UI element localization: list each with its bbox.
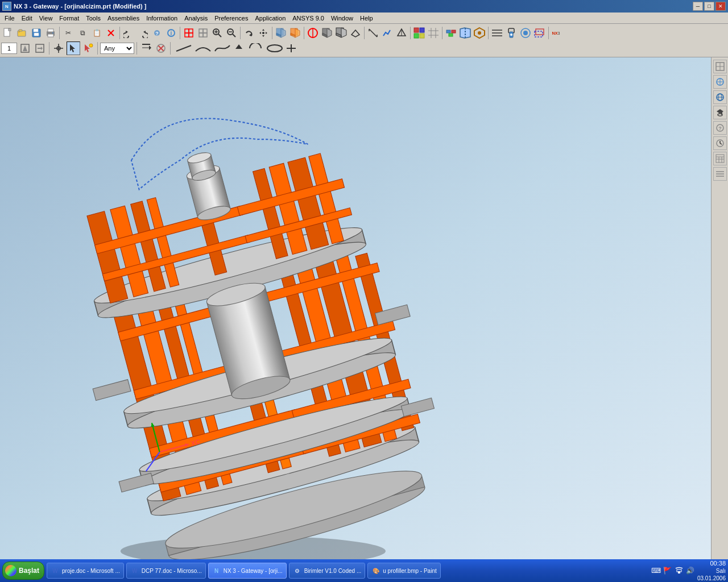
svg-rect-7	[19, 30, 22, 31]
sidebar-globe-button[interactable]	[713, 90, 727, 104]
constraint-button[interactable]	[504, 26, 518, 40]
taskbar-item-birimler[interactable]: ⚙ Birimler V1.0 Coded ...	[289, 563, 366, 579]
close-button[interactable]: ✕	[715, 2, 726, 11]
start-button[interactable]: Başlat	[2, 562, 44, 580]
selection-filter-dropdown[interactable]: Any	[100, 43, 134, 54]
taskbar-item-nx[interactable]: N NX 3 - Gateway - [orji...	[208, 563, 287, 579]
render-button[interactable]	[306, 26, 320, 40]
tray-icon-keyboard[interactable]: ⌨	[652, 566, 661, 575]
menu-preferences[interactable]: Preferences	[211, 14, 251, 23]
shaded-edges-button[interactable]	[334, 26, 348, 40]
crosshair-button[interactable]	[52, 41, 65, 55]
pan-button[interactable]	[257, 26, 270, 40]
delete-button[interactable]	[104, 26, 118, 40]
clip-button[interactable]	[473, 26, 486, 40]
svg-rect-27	[199, 29, 203, 33]
svg-marker-39	[262, 29, 264, 31]
section-view-button[interactable]	[458, 26, 472, 40]
menu-edit[interactable]: Edit	[18, 14, 36, 23]
zoom-out-button[interactable]	[225, 26, 238, 40]
assembly-nav-button[interactable]	[444, 26, 458, 40]
layer-move-button[interactable]	[33, 41, 47, 55]
tray-icon-flag[interactable]: 🚩	[663, 566, 672, 575]
svg-point-109	[267, 45, 282, 52]
measure-button[interactable]	[366, 26, 380, 40]
menu-file[interactable]: File	[1, 14, 18, 23]
svg-rect-73	[449, 34, 453, 36]
zoom-button[interactable]	[210, 26, 224, 40]
shaded-button[interactable]	[320, 26, 334, 40]
svg-marker-56	[341, 28, 346, 38]
view-front-button[interactable]	[274, 26, 288, 40]
sidebar-graduate-button[interactable]	[713, 106, 727, 119]
toolbar-row2-sep4	[170, 42, 171, 55]
properties-button[interactable]: i	[164, 26, 178, 40]
open-button[interactable]	[15, 26, 29, 40]
taskbar-item-proje[interactable]: W proje.doc - Microsoft ...	[47, 563, 124, 579]
deselect-button[interactable]	[196, 26, 210, 40]
menu-view[interactable]: View	[36, 14, 56, 23]
toolbar-row2: Any	[1, 41, 727, 56]
feature-button[interactable]	[519, 26, 532, 40]
sidebar-snap-button[interactable]	[713, 75, 727, 89]
svg-text:?: ?	[718, 126, 722, 131]
taskbar-item-dcp[interactable]: W DCP 77.doc - Microsо...	[126, 563, 206, 579]
sidebar-list-button[interactable]	[713, 167, 727, 181]
svg-line-197	[720, 143, 722, 144]
menu-assemblies[interactable]: Assemblies	[104, 14, 143, 23]
sidebar-grid-button[interactable]	[713, 60, 727, 73]
save-button[interactable]	[30, 26, 43, 40]
cut-button[interactable]: ✂	[61, 26, 75, 40]
snap-button[interactable]	[412, 26, 426, 40]
redo-button[interactable]	[136, 26, 150, 40]
tray-network-icon[interactable]	[675, 566, 684, 575]
print-button[interactable]	[44, 26, 57, 40]
viewport[interactable]: XC ZC	[0, 57, 711, 560]
view-options-button[interactable]	[288, 26, 302, 40]
drafting-button[interactable]	[395, 26, 408, 40]
grid-display-button[interactable]	[427, 26, 440, 40]
select-button[interactable]	[67, 41, 80, 55]
unknown-button-1[interactable]: ?	[150, 26, 164, 40]
menu-ansys[interactable]: ANSYS 9.0	[289, 14, 328, 23]
layer-settings-button[interactable]	[18, 41, 32, 55]
menu-bar: File Edit View Format Tools Assemblies I…	[0, 13, 728, 24]
svg-marker-91	[23, 45, 27, 51]
start-button-label: Başlat	[19, 567, 39, 575]
layer-input[interactable]	[1, 43, 17, 54]
sidebar-table-button[interactable]	[713, 152, 727, 165]
minimize-button[interactable]: ─	[693, 2, 703, 11]
menu-tools[interactable]: Tools	[82, 14, 104, 23]
maximize-button[interactable]: □	[704, 2, 714, 11]
menu-information[interactable]: Information	[143, 14, 181, 23]
copy-button[interactable]: ⧉	[76, 26, 89, 40]
menu-application[interactable]: Application	[251, 14, 289, 23]
wireframe-button[interactable]	[349, 26, 362, 40]
svg-line-107	[176, 45, 191, 51]
menu-format[interactable]: Format	[56, 14, 82, 23]
taskbar-item-paint[interactable]: 🎨 u profiller.bmp - Paint	[367, 563, 441, 579]
quick-pick-button[interactable]	[81, 41, 95, 55]
rotate-button[interactable]	[242, 26, 256, 40]
tray-sound-icon[interactable]: 🔊	[686, 566, 695, 575]
new-button[interactable]	[1, 26, 15, 40]
toolbar-separator-4	[240, 27, 241, 39]
menu-window[interactable]: Window	[328, 14, 357, 23]
sidebar-help-button[interactable]: ?	[713, 121, 727, 135]
arrow-up-tool-icon	[233, 43, 245, 53]
analysis-button[interactable]	[380, 26, 394, 40]
app-icon: N	[2, 2, 11, 11]
transform-button[interactable]	[533, 26, 547, 40]
deselect-all-button[interactable]	[154, 41, 168, 55]
undo-button[interactable]	[122, 26, 135, 40]
menu-analysis[interactable]: Analysis	[181, 14, 211, 23]
sidebar-clock-button[interactable]	[713, 136, 727, 150]
system-clock: 00:38 Salı 03.01.2006	[697, 559, 726, 582]
title-bar-controls[interactable]: ─ □ ✕	[693, 2, 726, 11]
layer-button[interactable]	[490, 26, 504, 40]
menu-help[interactable]: Help	[357, 14, 377, 23]
paste-button[interactable]: 📋	[90, 26, 104, 40]
svg-marker-98	[70, 44, 75, 52]
select-connected-button[interactable]	[139, 41, 153, 55]
select-all-button[interactable]	[182, 26, 196, 40]
